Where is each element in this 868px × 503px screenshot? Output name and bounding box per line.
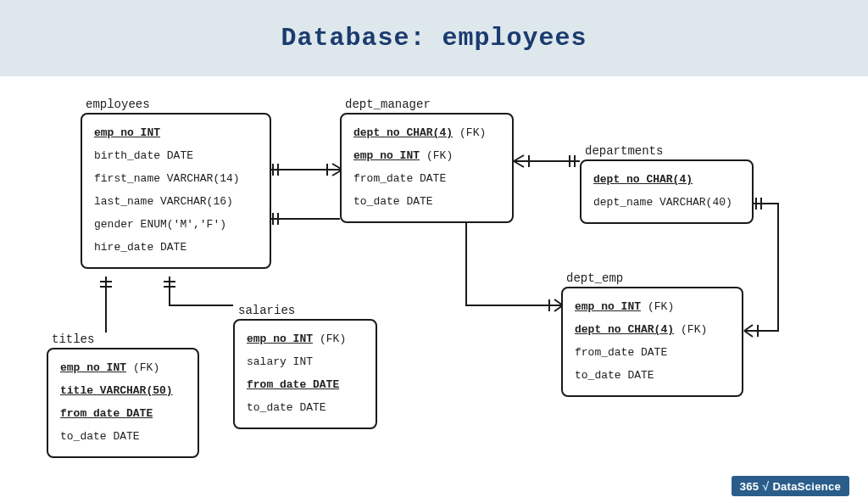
field-row: from_date DATE [573,341,732,364]
page-title: Database: employees [281,24,587,53]
entity-title: departments [580,144,754,159]
field-row: last_name VARCHAR(16) [92,190,259,213]
entity-dept-emp: dept_emp emp_no INT(FK)dept_no CHAR(4)(F… [561,271,743,397]
field-row: emp_no INT(FK) [58,356,187,379]
entity-departments: departments dept_no CHAR(4)dept_name VAR… [580,144,754,224]
entity-box: emp_no INT(FK)title VARCHAR(50)from_date… [47,348,199,458]
entity-employees: employees emp_no INTbirth_date DATEfirst… [81,98,271,269]
brand-badge: 365 √ DataScience [732,476,849,496]
page-header: Database: employees [0,0,868,76]
field-row: dept_name VARCHAR(40) [592,191,742,214]
entity-salaries: salaries emp_no INT(FK)salary INTfrom_da… [233,304,377,429]
entity-box: emp_no INTbirth_date DATEfirst_name VARC… [81,113,271,269]
check-icon: √ [762,479,769,493]
entity-title: salaries [233,304,377,319]
field-row: from_date DATE [245,373,365,396]
field-row: title VARCHAR(50) [58,379,187,402]
entity-title: titles [47,333,199,348]
field-row: to_date DATE [58,425,187,448]
entity-title: employees [81,98,271,113]
brand-suffix: DataScience [772,480,841,493]
entity-dept-manager: dept_manager dept_no CHAR(4)(FK)emp_no I… [340,98,514,223]
field-row: gender ENUM('M','F') [92,213,259,236]
field-row: from_date DATE [58,402,187,425]
field-row: to_date DATE [352,190,502,213]
entity-box: emp_no INT(FK)dept_no CHAR(4)(FK)from_da… [561,287,743,397]
field-row: dept_no CHAR(4)(FK) [573,318,732,341]
field-row: to_date DATE [245,396,365,419]
field-row: first_name VARCHAR(14) [92,167,259,190]
erd-canvas: employees emp_no INTbirth_date DATEfirst… [0,76,868,503]
field-row: to_date DATE [573,364,732,387]
entity-box: dept_no CHAR(4)dept_name VARCHAR(40) [580,159,754,224]
field-row: emp_no INT(FK) [573,295,732,318]
field-row: from_date DATE [352,167,502,190]
field-row: emp_no INT(FK) [245,327,365,350]
field-row: dept_no CHAR(4)(FK) [352,121,502,144]
field-row: emp_no INT [92,121,259,144]
entity-title: dept_manager [340,98,514,113]
field-row: birth_date DATE [92,144,259,167]
brand-prefix: 365 [740,480,760,493]
entity-titles: titles emp_no INT(FK)title VARCHAR(50)fr… [47,333,199,458]
entity-box: dept_no CHAR(4)(FK)emp_no INT(FK)from_da… [340,113,514,223]
field-row: salary INT [245,350,365,373]
field-row: dept_no CHAR(4) [592,168,742,191]
field-row: hire_date DATE [92,236,259,259]
entity-box: emp_no INT(FK)salary INTfrom_date DATEto… [233,319,377,429]
entity-title: dept_emp [561,271,743,287]
field-row: emp_no INT(FK) [352,144,502,167]
